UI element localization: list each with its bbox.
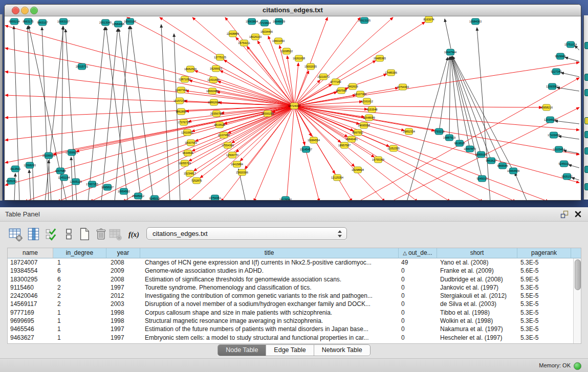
- graph-node[interactable]: 15958216: [540, 104, 553, 111]
- graph-node[interactable]: 12034523: [544, 117, 556, 123]
- graph-node[interactable]: 9619528: [214, 122, 225, 128]
- graph-node[interactable]: 12871096: [179, 76, 191, 82]
- graph-node[interactable]: 16887919: [443, 135, 455, 141]
- scrollbar-thumb[interactable]: [575, 259, 581, 290]
- column-header-out-degree[interactable]: △out_de...: [399, 248, 437, 258]
- graph-node[interactable]: 12775125: [214, 54, 226, 60]
- table-mode-icon[interactable]: [8, 227, 23, 242]
- graph-node[interactable]: 9862856: [176, 108, 187, 115]
- graph-node[interactable]: 10584098: [112, 21, 124, 27]
- graph-node[interactable]: 18026103: [249, 34, 262, 40]
- close-button[interactable]: [12, 7, 19, 14]
- graph-node[interactable]: 11431695: [207, 77, 220, 83]
- graph-node[interactable]: 15751074: [564, 41, 577, 48]
- graph-node[interactable]: 9227343: [551, 69, 562, 75]
- graph-node[interactable]: 16415884: [231, 161, 243, 167]
- graph-node[interactable]: 19384554: [308, 137, 320, 143]
- graph-node[interactable]: 15723664: [258, 20, 271, 26]
- graph-node[interactable]: 20945012: [132, 193, 144, 199]
- tab-edge-table[interactable]: Edge Table: [266, 345, 313, 356]
- graph-node[interactable]: 10063107: [57, 18, 70, 25]
- graph-node[interactable]: 16913105: [358, 17, 371, 24]
- function-builder-icon[interactable]: f(x): [127, 227, 141, 242]
- column-header-short[interactable]: short: [437, 248, 517, 258]
- graph-node[interactable]: 16647944: [444, 49, 456, 55]
- network-canvas[interactable]: 1872400718052569128710961140734316157278…: [5, 16, 580, 200]
- table-source-select[interactable]: citations_edges.txt: [146, 227, 347, 240]
- delete-icon[interactable]: [94, 227, 108, 242]
- table-row[interactable]: 946554611997Estimation of the future num…: [8, 325, 573, 333]
- graph-node[interactable]: 3913501: [10, 166, 21, 172]
- graph-node[interactable]: 8997552: [353, 129, 363, 136]
- graph-node[interactable]: 9465546: [497, 163, 508, 169]
- graph-node[interactable]: 16958107: [101, 184, 114, 190]
- graph-node[interactable]: 12093582: [546, 83, 558, 90]
- graph-node[interactable]: 7462619: [347, 83, 358, 90]
- graph-node[interactable]: 19210072: [317, 74, 330, 80]
- graph-node[interactable]: 9505150: [6, 178, 17, 184]
- graph-node[interactable]: 12505115: [70, 179, 82, 185]
- memory-status-icon[interactable]: [574, 362, 581, 370]
- graph-node[interactable]: 19862665: [208, 99, 220, 105]
- graph-node[interactable]: 19563804: [246, 18, 258, 25]
- graph-node[interactable]: 16852334: [403, 128, 415, 135]
- graph-node[interactable]: 17485306: [385, 70, 397, 76]
- graph-node[interactable]: 15002035: [304, 63, 317, 70]
- graph-node[interactable]: 9505152: [562, 173, 573, 180]
- graph-node[interactable]: 6655214: [9, 18, 20, 25]
- graph-node[interactable]: 16646639: [273, 18, 285, 25]
- graph-node[interactable]: 12506770: [226, 152, 238, 158]
- graph-node[interactable]: 9245016: [559, 161, 570, 167]
- graph-node[interactable]: 6497568: [336, 87, 347, 94]
- graph-node[interactable]: 17376728: [178, 119, 190, 125]
- table-row[interactable]: 1938455462009Genome-wide association stu…: [8, 267, 573, 275]
- graph-node[interactable]: 17103455: [548, 132, 560, 138]
- graph-node[interactable]: 17957255: [86, 181, 98, 187]
- graph-node[interactable]: 16754393: [397, 84, 409, 90]
- table-vertical-scrollbar[interactable]: [573, 258, 581, 343]
- graph-node[interactable]: 9245012: [149, 195, 160, 200]
- graph-node[interactable]: 15145457: [300, 146, 312, 152]
- graph-node[interactable]: 19601093: [272, 38, 285, 44]
- graph-node[interactable]: 18129340: [279, 196, 292, 200]
- import-table-icon-disabled[interactable]: [108, 227, 123, 242]
- graph-node[interactable]: 18298828: [352, 167, 364, 173]
- graph-node[interactable]: 18307543: [185, 140, 197, 146]
- graph-node[interactable]: 18052569: [184, 66, 197, 72]
- table-row[interactable]: 946362711997Embryonic stem cells: a mode…: [8, 334, 573, 342]
- graph-node[interactable]: 16755369: [372, 157, 384, 163]
- new-file-icon[interactable]: [78, 227, 92, 242]
- graph-node[interactable]: 9097588: [55, 168, 66, 174]
- graph-node[interactable]: 18660489: [206, 88, 219, 94]
- graph-node[interactable]: 13208522: [280, 48, 293, 54]
- graph-node[interactable]: 9153548: [367, 106, 378, 113]
- graph-node[interactable]: 8663175: [23, 18, 34, 25]
- graph-node[interactable]: 9529966: [555, 53, 566, 59]
- column-header-name[interactable]: name: [8, 248, 53, 258]
- column-header-pagerank[interactable]: pagerank: [517, 248, 571, 258]
- graph-node[interactable]: 16754211: [238, 40, 250, 46]
- graph-node[interactable]: 16034466: [260, 29, 273, 35]
- graph-node[interactable]: 16563107: [124, 18, 136, 25]
- graph-node[interactable]: 6793219: [434, 128, 445, 135]
- graph-node[interactable]: 11451194: [58, 174, 70, 181]
- graph-node[interactable]: 9463627: [486, 158, 497, 164]
- graph-node[interactable]: 16754351: [209, 195, 221, 200]
- table-row[interactable]: 911546021997Tourette syndrome. Phenomeno…: [8, 283, 573, 292]
- table-row[interactable]: 1456911722003Disruption of a novel membe…: [8, 300, 573, 308]
- table-row[interactable]: 2242004622012Investigating the contribut…: [8, 292, 573, 300]
- graph-node[interactable]: 15820306: [236, 169, 248, 176]
- tab-network-table[interactable]: Network Table: [314, 345, 370, 356]
- table-row[interactable]: 1872400712008Changes of HCN gene express…: [8, 258, 573, 267]
- column-header-year[interactable]: year: [106, 248, 140, 258]
- graph-node[interactable]: 7252875: [191, 178, 202, 184]
- graph-node[interactable]: 9619526: [454, 140, 465, 146]
- minimize-button[interactable]: [21, 7, 29, 14]
- column-header-in-degree[interactable]: in_degree: [53, 248, 106, 258]
- graph-node[interactable]: 16157278: [173, 98, 186, 104]
- graph-node[interactable]: 12610651: [181, 129, 193, 136]
- graph-node[interactable]: 14695558: [358, 122, 370, 128]
- graph-node[interactable]: 18957587: [338, 142, 351, 148]
- zoom-button[interactable]: [30, 7, 38, 14]
- close-panel-icon[interactable]: [574, 210, 582, 218]
